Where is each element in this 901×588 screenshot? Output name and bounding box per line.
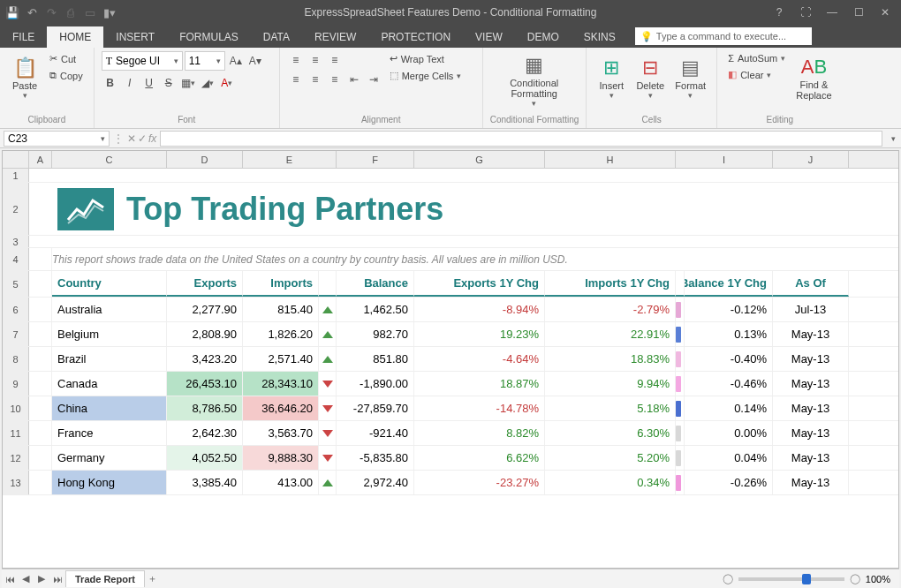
tab-nav-first[interactable]: ⏮ [2, 574, 18, 584]
font-color-button[interactable]: A▾ [218, 74, 236, 92]
cell-imp1y[interactable]: -2.79% [545, 298, 676, 321]
cut-button[interactable]: ✂Cut [46, 51, 87, 66]
expand-formula-icon[interactable]: ▾ [886, 134, 901, 143]
cell-country[interactable]: Germany [52, 446, 167, 470]
balance-bar-icon[interactable] [676, 396, 685, 420]
cell-imports[interactable]: 36,646.20 [243, 396, 319, 420]
tab-nav-last[interactable]: ⏭ [49, 574, 65, 584]
cell-country[interactable]: Canada [52, 372, 167, 396]
th-exports[interactable]: Exports [167, 271, 243, 297]
cell-exp1y[interactable]: 18.87% [414, 372, 545, 396]
col-header[interactable]: D [167, 151, 243, 168]
th-bal1y[interactable]: Balance 1Y Chg [685, 271, 773, 297]
row-header[interactable]: 5 [3, 271, 29, 297]
cell-exports[interactable]: 2,642.30 [167, 421, 243, 445]
fx-icon[interactable]: fx [148, 132, 156, 145]
cell-bal1y[interactable]: -0.40% [685, 347, 773, 371]
cell-imp1y[interactable]: 22.91% [545, 322, 676, 346]
font-size-combo[interactable]: 11▾ [185, 51, 225, 71]
balance-indicator-icon[interactable] [319, 446, 337, 470]
menu-tab-home[interactable]: HOME [47, 26, 103, 48]
cell-country[interactable]: China [52, 396, 167, 420]
cell-balance[interactable]: -921.40 [337, 421, 414, 445]
cell-imp1y[interactable]: 0.34% [545, 471, 676, 494]
formula-input[interactable] [160, 131, 882, 147]
tab-nav-prev[interactable]: ◀ [18, 573, 34, 584]
th-exp1y[interactable]: Exports 1Y Chg [414, 271, 545, 297]
delete-button[interactable]: ⊟Delete▾ [632, 51, 668, 104]
row-header[interactable]: 3 [3, 236, 29, 247]
cell-country[interactable]: France [52, 421, 167, 445]
col-header[interactable]: F [337, 151, 414, 168]
balance-indicator-icon[interactable] [319, 396, 337, 420]
balance-indicator-icon[interactable] [319, 347, 337, 371]
autosum-button[interactable]: ΣAutoSum▾ [724, 51, 789, 65]
th-asof[interactable]: As Of [773, 271, 849, 297]
cell-country[interactable]: Australia [52, 298, 167, 321]
cell-imports[interactable]: 28,343.10 [243, 372, 319, 396]
fullscreen-icon[interactable]: ⛶ [793, 3, 818, 22]
fill-color-button[interactable]: ◢▾ [199, 74, 216, 92]
conditional-formatting-button[interactable]: ▦ Conditional Formatting ▾ [490, 51, 579, 109]
cell-bal1y[interactable]: -0.26% [685, 471, 773, 494]
save-icon[interactable]: 💾 [5, 5, 19, 19]
insert-button[interactable]: ⊞Insert▾ [594, 51, 629, 104]
cell-asof[interactable]: May-13 [773, 347, 849, 371]
grow-font-button[interactable]: A▴ [227, 52, 245, 70]
cell-exp1y[interactable]: -23.27% [414, 471, 545, 494]
cell-imports[interactable]: 413.00 [243, 471, 319, 494]
doc-icon[interactable]: ▭ [83, 5, 97, 19]
row-header[interactable]: 4 [3, 248, 29, 270]
style-icon[interactable]: ▮▾ [102, 5, 117, 19]
cell-exports[interactable]: 2,277.90 [167, 298, 243, 321]
col-header[interactable]: C [52, 151, 167, 168]
maximize-button[interactable]: ☐ [846, 3, 871, 22]
menu-tab-file[interactable]: FILE [0, 26, 47, 48]
zoom-thumb[interactable] [802, 574, 811, 584]
copy-button[interactable]: ⧉Copy [46, 68, 87, 83]
cell-balance[interactable]: -5,835.80 [337, 446, 414, 470]
merge-cells-button[interactable]: ⬚Merge Cells▾ [386, 68, 466, 83]
cell-exports[interactable]: 3,423.20 [167, 347, 243, 371]
cell-exports[interactable]: 3,385.40 [167, 471, 243, 494]
row-header[interactable]: 1 [3, 169, 29, 182]
balance-bar-icon[interactable] [676, 298, 685, 321]
cell-imports[interactable]: 9,888.30 [243, 446, 319, 470]
col-header[interactable]: A [29, 151, 52, 168]
minimize-button[interactable]: ― [820, 3, 844, 22]
cell-exp1y[interactable]: -4.64% [414, 347, 545, 371]
balance-indicator-icon[interactable] [319, 471, 337, 494]
cell-exp1y[interactable]: 6.62% [414, 446, 545, 470]
menu-tab-demo[interactable]: DEMO [515, 26, 572, 48]
cell-balance[interactable]: 982.70 [337, 322, 414, 346]
indent-dec-button[interactable]: ⇤ [345, 71, 363, 88]
cell-imports[interactable]: 1,826.20 [243, 322, 319, 346]
cell-imp1y[interactable]: 18.83% [545, 347, 676, 371]
col-header[interactable]: J [773, 151, 849, 168]
report-subtitle[interactable]: This report shows trade data on the Unit… [52, 248, 898, 270]
name-box[interactable]: C23▾ [4, 131, 110, 147]
strike-button[interactable]: S [160, 74, 178, 92]
border-button[interactable]: ▦▾ [179, 74, 197, 92]
zoom-slider[interactable] [738, 577, 844, 581]
format-button[interactable]: ▤Format▾ [671, 51, 709, 104]
cell-exp1y[interactable]: -14.78% [414, 396, 545, 420]
align-center-button[interactable]: ≡ [307, 71, 324, 88]
clear-button[interactable]: ◧Clear▾ [724, 67, 789, 82]
row-header[interactable]: 2 [3, 183, 29, 235]
cell-balance[interactable]: -1,890.00 [337, 372, 414, 396]
cell-asof[interactable]: May-13 [773, 322, 849, 346]
row-header[interactable]: 11 [3, 421, 29, 445]
sheet-tab[interactable]: Trade Report [65, 570, 145, 587]
col-header[interactable]: G [414, 151, 545, 168]
zoom-value[interactable]: 100% [866, 574, 890, 584]
cell-exp1y[interactable]: 8.82% [414, 421, 545, 445]
wrap-text-button[interactable]: ↩Wrap Text [386, 51, 466, 66]
col-header[interactable]: I [676, 151, 773, 168]
font-name-combo[interactable]: TSegoe UI▾ [102, 51, 183, 71]
cell-imports[interactable]: 815.40 [243, 298, 319, 321]
cell-bal1y[interactable]: 0.00% [685, 421, 773, 445]
shrink-font-button[interactable]: A▾ [246, 52, 264, 70]
th-balance[interactable]: Balance [337, 271, 414, 297]
cell-imp1y[interactable]: 9.94% [545, 372, 676, 396]
